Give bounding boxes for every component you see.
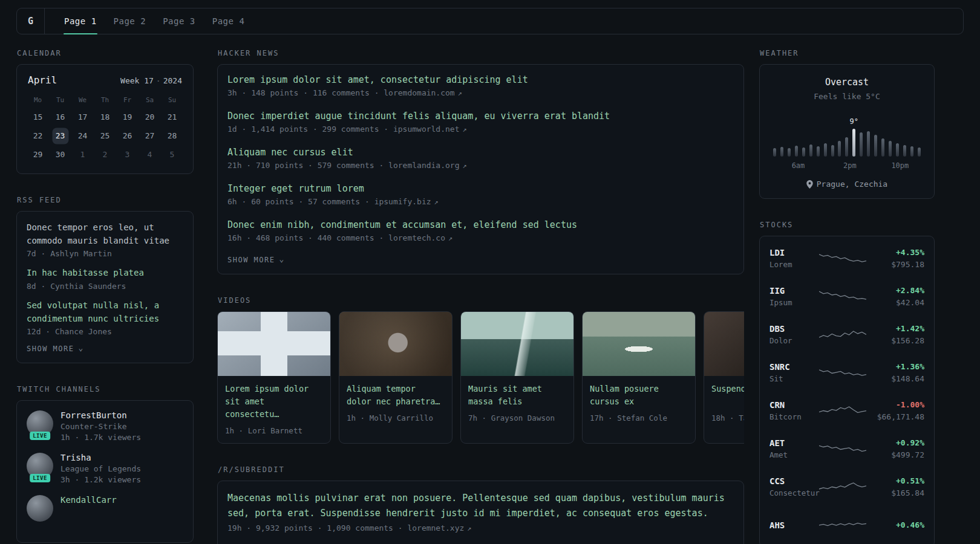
stock-name: Ipsum bbox=[769, 298, 819, 307]
stock-name: Dolor bbox=[769, 336, 819, 345]
twitch-channel[interactable]: LIVEForrestBurtonCounter-Strike1h · 1.7k… bbox=[27, 410, 183, 442]
stock-row[interactable]: SNRCSit+1.36%$148.64 bbox=[769, 354, 924, 392]
hackernews-item-title[interactable]: Integer eget rutrum lorem bbox=[227, 183, 734, 194]
rss-item-title[interactable]: In hac habitasse platea bbox=[27, 267, 183, 280]
video-title[interactable]: Nullam posuere cursus ex bbox=[590, 383, 688, 408]
weather-bar bbox=[795, 146, 798, 157]
separator-dot: · bbox=[156, 76, 161, 85]
stock-change: -1.00% bbox=[877, 400, 924, 409]
show-more-label: SHOW MORE bbox=[227, 256, 275, 264]
stock-symbol: AET bbox=[769, 438, 819, 448]
video-meta: 1h · Lori Barnett bbox=[225, 426, 323, 435]
rss-item-title[interactable]: Donec tempor eros leo, ut commodo mauris… bbox=[27, 221, 183, 247]
stock-values: +1.36%$148.64 bbox=[891, 362, 924, 383]
external-link-icon: ↗ bbox=[448, 234, 452, 242]
stock-row[interactable]: AHS+0.46% bbox=[769, 506, 924, 544]
weather-bar bbox=[874, 135, 877, 157]
video-card-body: Lorem ipsum dolor sit amet consectetu…1h… bbox=[218, 376, 330, 443]
video-card[interactable]: Lorem ipsum dolor sit amet consectetu…1h… bbox=[217, 311, 331, 444]
external-link-icon: ↗ bbox=[458, 89, 462, 97]
weekday-label: Th bbox=[94, 93, 116, 108]
stock-change: +0.51% bbox=[891, 476, 924, 485]
hackernews-item-title[interactable]: Lorem ipsum dolor sit amet, consectetur … bbox=[227, 74, 734, 85]
video-card-body: Suspendisse diam18h · Tara bbox=[704, 376, 744, 430]
rss-item-title[interactable]: Sed volutpat nulla nisl, a condimentum n… bbox=[27, 299, 183, 325]
hackernews-item-meta-text: 6h · 60 points · 57 comments · ipsumify.… bbox=[227, 197, 431, 206]
stock-sparkline bbox=[819, 478, 866, 496]
stock-row[interactable]: AETAmet+0.92%$499.72 bbox=[769, 430, 924, 468]
video-card[interactable]: Nullam posuere cursus ex17h · Stefan Col… bbox=[582, 311, 696, 444]
stock-row[interactable]: IIGIpsum+2.84%$42.04 bbox=[769, 277, 924, 316]
stock-price: $165.84 bbox=[891, 488, 924, 497]
calendar-day-grid: 1516171819202122232425262728293012345 bbox=[27, 108, 183, 164]
live-badge: LIVE bbox=[30, 432, 50, 440]
twitch-channel[interactable]: KendallCarr bbox=[27, 495, 183, 522]
center-column: HACKER NEWS Lorem ipsum dolor sit amet, … bbox=[217, 49, 744, 544]
calendar-day: 20 bbox=[139, 108, 161, 126]
weekday-label: Fr bbox=[116, 93, 139, 108]
calendar-day: 5 bbox=[161, 145, 183, 164]
calendar-widget-title: CALENDAR bbox=[17, 49, 194, 57]
weekday-label: We bbox=[71, 93, 94, 108]
dashboard-content: CALENDAR April Week 17·2024 MoTuWeThFrSa… bbox=[0, 34, 980, 544]
stock-row[interactable]: CCSConsectetur+0.51%$165.84 bbox=[769, 468, 924, 506]
video-title[interactable]: Aliquam tempor dolor nec pharetra… bbox=[347, 383, 445, 408]
subreddit-widget-title: /R/SUBREDDIT bbox=[218, 465, 744, 474]
video-card[interactable]: Aliquam tempor dolor nec pharetra…1h · M… bbox=[339, 311, 452, 444]
stock-price: $156.28 bbox=[891, 336, 924, 345]
videos-widget-title: VIDEOS bbox=[218, 296, 744, 305]
weather-bar bbox=[889, 141, 892, 157]
calendar-day: 19 bbox=[116, 108, 139, 126]
video-card[interactable]: Mauris sit amet massa felis7h · Grayson … bbox=[460, 311, 574, 444]
calendar-day: 21 bbox=[161, 108, 183, 126]
stock-row[interactable]: LDILorem+4.35%$795.18 bbox=[769, 239, 924, 277]
stocks-widget: STOCKS LDILorem+4.35%$795.18IIGIpsum+2.8… bbox=[759, 221, 935, 544]
stock-row[interactable]: DBSDolor+1.42%$156.28 bbox=[769, 316, 924, 354]
video-card[interactable]: Suspendisse diam18h · Tara bbox=[704, 311, 744, 444]
twitch-channel-name: Trisha bbox=[60, 453, 141, 462]
show-more-label: SHOW MORE bbox=[27, 345, 74, 353]
twitch-channel[interactable]: LIVETrishaLeague of Legends3h · 1.2k vie… bbox=[27, 453, 183, 484]
stock-symbol: SNRC bbox=[769, 362, 819, 372]
stock-price: $148.64 bbox=[891, 374, 924, 383]
stock-change: +0.92% bbox=[891, 438, 924, 447]
subreddit-post-title[interactable]: Maecenas mollis pulvinar erat non posuer… bbox=[227, 491, 734, 521]
calendar-day: 25 bbox=[94, 126, 116, 145]
weather-bar bbox=[918, 147, 921, 157]
weather-bar bbox=[910, 146, 913, 157]
stock-name: Lorem bbox=[769, 260, 819, 269]
tab-page-1[interactable]: Page 1 bbox=[56, 8, 105, 34]
hackernews-item-title[interactable]: Aliquam nec cursus elit bbox=[227, 147, 734, 158]
rss-show-more-button[interactable]: SHOW MORE⌄ bbox=[27, 345, 183, 353]
weather-hour-labels: 6am2pm10pm bbox=[773, 161, 921, 171]
stock-values: +2.84%$42.04 bbox=[896, 286, 924, 307]
stock-change: +0.46% bbox=[896, 520, 924, 529]
hackernews-box: Lorem ipsum dolor sit amet, consectetur … bbox=[217, 64, 744, 274]
video-title[interactable]: Mauris sit amet massa felis bbox=[468, 383, 566, 408]
rss-item-list: Donec tempor eros leo, ut commodo mauris… bbox=[27, 221, 183, 336]
app-logo[interactable]: G bbox=[17, 8, 45, 34]
twitch-channel-info: ForrestBurtonCounter-Strike1h · 1.7k vie… bbox=[60, 410, 141, 442]
weather-bar bbox=[845, 137, 848, 157]
stock-name: Bitcorn bbox=[769, 412, 819, 421]
stock-name: Consectetur bbox=[769, 488, 819, 497]
weather-hour-label: 6am bbox=[792, 161, 805, 170]
stock-row[interactable]: CRNBitcorn-1.00%$66,171.48 bbox=[769, 392, 924, 430]
stock-id: SNRCSit bbox=[769, 362, 819, 383]
hackernews-item-title[interactable]: Donec imperdiet augue tincidunt felis al… bbox=[227, 111, 734, 121]
video-title[interactable]: Lorem ipsum dolor sit amet consectetu… bbox=[225, 383, 323, 421]
hackernews-show-more-button[interactable]: SHOW MORE⌄ bbox=[227, 256, 734, 264]
hackernews-item-meta: 3h · 148 points · 116 comments · loremdo… bbox=[227, 88, 734, 97]
calendar-day: 24 bbox=[71, 126, 94, 145]
tab-page-3[interactable]: Page 3 bbox=[154, 8, 204, 34]
weather-bar bbox=[817, 146, 820, 157]
external-link-icon: ↗ bbox=[467, 524, 471, 533]
calendar-day: 27 bbox=[139, 126, 161, 145]
stock-symbol: DBS bbox=[769, 324, 819, 334]
stock-price: $42.04 bbox=[896, 298, 924, 307]
hackernews-item-title[interactable]: Donec enim nibh, condimentum et accumsan… bbox=[227, 219, 734, 230]
video-title[interactable]: Suspendisse diam bbox=[711, 383, 744, 408]
tab-page-2[interactable]: Page 2 bbox=[105, 8, 155, 34]
stock-id: DBSDolor bbox=[769, 324, 819, 345]
tab-page-4[interactable]: Page 4 bbox=[204, 8, 253, 34]
